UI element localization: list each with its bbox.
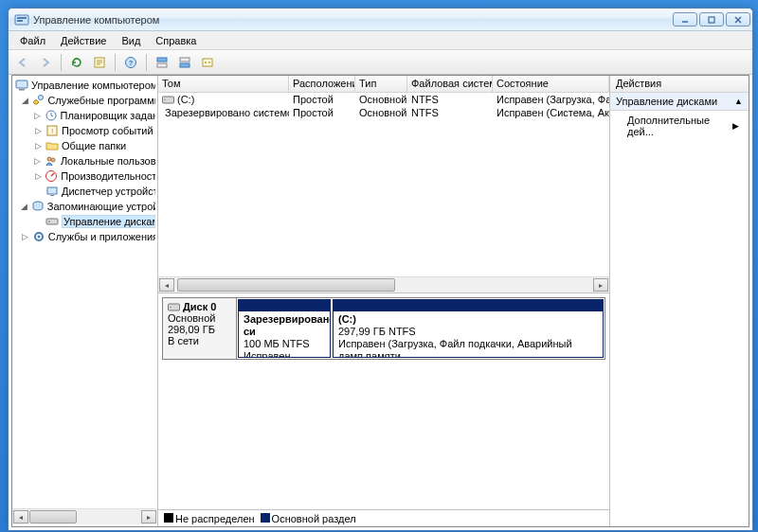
tree-label: Планировщик заданий	[61, 110, 155, 121]
col-type[interactable]: Тип	[355, 76, 407, 92]
menu-view[interactable]: Вид	[114, 33, 148, 48]
volume-row[interactable]: (C:) Простой Основной NTFS Исправен (Заг…	[158, 93, 609, 106]
col-status[interactable]: Состояние	[493, 76, 609, 92]
main-body: Управление компьютером (л ◢ Служебные пр…	[11, 75, 749, 527]
svg-point-37	[164, 98, 166, 100]
expand-icon[interactable]: ▷	[33, 111, 43, 121]
storage-icon	[30, 199, 45, 214]
tree-horizontal-scrollbar[interactable]: ◂ ▸	[12, 508, 157, 524]
app-icon	[14, 12, 29, 27]
col-filesystem[interactable]: Файловая система	[407, 76, 493, 92]
legend-primary: Основной раздел	[272, 513, 356, 524]
partition-header-bar	[239, 300, 330, 311]
volume-list-header[interactable]: Том Расположение Тип Файловая система Со…	[158, 76, 609, 93]
titlebar[interactable]: Управление компьютером	[9, 9, 752, 31]
volume-list[interactable]: Том Расположение Тип Файловая система Со…	[158, 76, 609, 293]
svg-point-27	[51, 158, 55, 162]
disk-row[interactable]: Диск 0 Основной 298,09 ГБ В сети Зарезер…	[162, 297, 605, 360]
volume-horizontal-scrollbar[interactable]: ◂ ▸	[158, 276, 609, 293]
tree-label: Диспетчер устройств	[62, 186, 155, 197]
actions-pane: Действия Управление дисками ▲ Дополнител…	[610, 76, 749, 526]
actions-section[interactable]: Управление дисками ▲	[610, 93, 749, 111]
help-button[interactable]: ?	[120, 52, 141, 73]
tree-label: Общие папки	[62, 140, 126, 151]
disk-info[interactable]: Диск 0 Основной 298,09 ГБ В сети	[163, 298, 237, 359]
properties-button[interactable]	[89, 52, 110, 73]
tree-system-tools[interactable]: ◢ Служебные программы	[12, 93, 157, 108]
svg-point-18	[205, 62, 207, 63]
tree-label: Служебные программы	[47, 95, 155, 106]
services-icon	[31, 229, 46, 244]
tree-device-manager[interactable]: Диспетчер устройств	[12, 184, 157, 199]
settings-button[interactable]	[197, 52, 218, 73]
svg-point-26	[47, 157, 51, 161]
view-top-button[interactable]	[152, 52, 172, 73]
legend-unallocated: Не распределен	[175, 513, 255, 524]
refresh-button[interactable]	[66, 52, 87, 73]
menu-help[interactable]: Справка	[148, 33, 204, 48]
svg-point-22	[39, 96, 44, 100]
maximize-button[interactable]	[699, 12, 724, 27]
menu-file[interactable]: Файл	[12, 33, 53, 48]
tree-label: Локальные пользоват	[61, 155, 155, 167]
chevron-right-icon: ▶	[732, 121, 739, 131]
view-bottom-button[interactable]	[174, 52, 195, 73]
legend: Не распределен Основной раздел	[158, 509, 609, 526]
scroll-right-arrow[interactable]: ▸	[141, 510, 156, 523]
svg-point-33	[48, 221, 50, 222]
minimize-button[interactable]	[673, 12, 697, 27]
disk-graphical-view[interactable]: Диск 0 Основной 298,09 ГБ В сети Зарезер…	[158, 293, 609, 509]
svg-rect-1	[17, 17, 27, 19]
tree-task-scheduler[interactable]: ▷ Планировщик заданий	[12, 108, 157, 123]
tree-services[interactable]: ▷ Службы и приложения	[12, 229, 157, 244]
tree-label: Производительность	[61, 170, 155, 182]
expand-icon[interactable]: ▷	[33, 141, 44, 151]
partition[interactable]: (C:) 297,99 ГБ NTFS Исправен (Загрузка, …	[333, 299, 604, 358]
scroll-left-arrow[interactable]: ◂	[13, 510, 28, 523]
tree-shared-folders[interactable]: ▷ Общие папки	[12, 138, 157, 153]
menu-action[interactable]: Действие	[53, 33, 114, 48]
tree-label: Управление дисками	[62, 215, 155, 228]
volume-layout: Простой	[289, 106, 355, 119]
col-volume[interactable]: Том	[158, 76, 289, 92]
tree-root[interactable]: Управление компьютером (л	[12, 78, 157, 93]
volume-row[interactable]: Зарезервировано системой Простой Основно…	[158, 106, 609, 119]
actions-more-label: Дополнительные дей...	[627, 115, 732, 137]
tree-disk-management[interactable]: Управление дисками	[12, 214, 157, 229]
collapse-icon[interactable]: ◢	[20, 96, 29, 106]
expand-icon[interactable]: ▷	[33, 126, 44, 136]
tree-label: Запоминающие устройст	[47, 201, 155, 212]
tree-storage[interactable]: ◢ Запоминающие устройст	[12, 199, 157, 214]
volume-name: (C:)	[177, 94, 194, 105]
partition-size: 297,99 ГБ NTFS	[338, 326, 598, 338]
svg-rect-16	[180, 63, 190, 67]
close-button[interactable]	[726, 12, 750, 27]
folder-icon	[45, 138, 60, 153]
svg-point-41	[170, 306, 171, 308]
tools-icon	[30, 93, 45, 108]
scroll-left-arrow[interactable]: ◂	[159, 278, 174, 292]
scroll-thumb[interactable]	[29, 510, 77, 523]
navigation-tree[interactable]: Управление компьютером (л ◢ Служебные пр…	[12, 76, 158, 526]
tree-local-users[interactable]: ▷ Локальные пользоват	[12, 153, 157, 168]
svg-rect-29	[47, 187, 57, 194]
col-layout[interactable]: Расположение	[289, 76, 355, 92]
expand-icon[interactable]: ▷	[33, 156, 43, 167]
svg-rect-32	[46, 219, 58, 224]
actions-more[interactable]: Дополнительные дей... ▶	[610, 111, 749, 141]
svg-point-19	[208, 62, 210, 63]
partition[interactable]: Зарезервировано си 100 МБ NTFS Исправен …	[238, 299, 331, 358]
svg-point-35	[37, 236, 40, 239]
scroll-thumb[interactable]	[177, 278, 395, 292]
chevron-up-icon[interactable]: ▲	[734, 97, 743, 106]
collapse-icon[interactable]: ◢	[20, 202, 29, 212]
svg-rect-15	[180, 58, 190, 62]
expand-icon[interactable]: ▷	[20, 232, 30, 242]
tree-performance[interactable]: ▷ Производительность	[12, 168, 157, 184]
svg-rect-13	[157, 58, 167, 62]
expand-icon[interactable]: ▷	[33, 171, 43, 182]
scroll-right-arrow[interactable]: ▸	[593, 278, 608, 292]
disk-label: Диск 0	[183, 301, 216, 312]
drive-icon	[162, 95, 174, 105]
tree-event-viewer[interactable]: ▷ ! Просмотр событий	[12, 123, 157, 138]
